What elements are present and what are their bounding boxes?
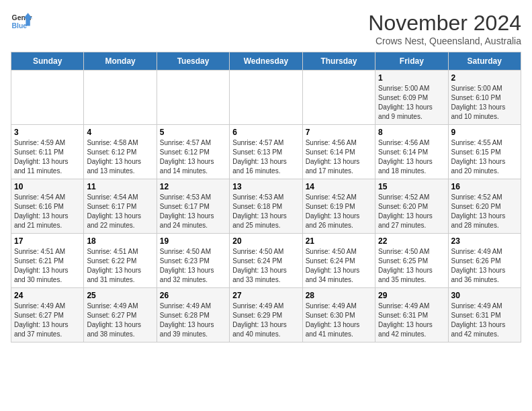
day-cell: 11Sunrise: 4:54 AM Sunset: 6:17 PM Dayli… (84, 179, 157, 234)
day-number: 15 (378, 182, 445, 191)
weekday-thursday: Thursday (302, 52, 375, 71)
page-header: General Blue November 2024 Crows Nest, Q… (11, 11, 521, 46)
svg-text:Blue: Blue (12, 22, 28, 30)
day-detail: Sunrise: 5:00 AM Sunset: 6:09 PM Dayligh… (378, 84, 445, 122)
calendar-title: November 2024 (368, 11, 521, 36)
day-number: 3 (14, 128, 81, 137)
day-number: 18 (87, 236, 153, 246)
day-detail: Sunrise: 4:51 AM Sunset: 6:21 PM Dayligh… (14, 247, 81, 285)
day-number: 10 (14, 182, 81, 191)
day-cell: 26Sunrise: 4:49 AM Sunset: 6:28 PM Dayli… (157, 288, 229, 342)
day-detail: Sunrise: 4:49 AM Sunset: 6:31 PM Dayligh… (378, 302, 445, 339)
day-number: 9 (451, 128, 518, 137)
day-cell: 20Sunrise: 4:50 AM Sunset: 6:24 PM Dayli… (230, 234, 302, 288)
day-cell: 9Sunrise: 4:55 AM Sunset: 6:15 PM Daylig… (448, 125, 521, 179)
day-number: 6 (232, 128, 299, 137)
week-row-5: 24Sunrise: 4:49 AM Sunset: 6:27 PM Dayli… (11, 288, 521, 342)
day-cell: 27Sunrise: 4:49 AM Sunset: 6:29 PM Dayli… (230, 288, 302, 342)
day-number: 25 (87, 291, 153, 300)
day-cell (302, 71, 375, 125)
day-number: 23 (451, 236, 518, 246)
day-detail: Sunrise: 4:54 AM Sunset: 6:16 PM Dayligh… (14, 193, 81, 230)
day-cell: 7Sunrise: 4:56 AM Sunset: 6:14 PM Daylig… (302, 125, 375, 179)
day-number: 21 (306, 236, 372, 246)
day-number: 24 (14, 291, 81, 300)
day-number: 14 (306, 182, 372, 191)
title-area: November 2024 Crows Nest, Queensland, Au… (368, 11, 521, 46)
day-number: 7 (306, 128, 372, 137)
day-detail: Sunrise: 4:50 AM Sunset: 6:24 PM Dayligh… (306, 247, 372, 285)
day-number: 22 (378, 236, 445, 246)
day-detail: Sunrise: 4:57 AM Sunset: 6:13 PM Dayligh… (232, 138, 299, 176)
logo: General Blue (11, 11, 32, 32)
day-number: 8 (378, 128, 445, 137)
day-cell: 10Sunrise: 4:54 AM Sunset: 6:16 PM Dayli… (11, 179, 84, 234)
weekday-friday: Friday (375, 52, 448, 71)
day-number: 20 (232, 236, 299, 246)
day-cell (230, 71, 302, 125)
day-number: 1 (378, 73, 445, 83)
day-cell: 13Sunrise: 4:53 AM Sunset: 6:18 PM Dayli… (230, 179, 302, 234)
day-detail: Sunrise: 5:00 AM Sunset: 6:10 PM Dayligh… (451, 84, 518, 122)
day-detail: Sunrise: 4:49 AM Sunset: 6:28 PM Dayligh… (160, 302, 226, 339)
day-cell: 21Sunrise: 4:50 AM Sunset: 6:24 PM Dayli… (302, 234, 375, 288)
day-cell: 3Sunrise: 4:59 AM Sunset: 6:11 PM Daylig… (11, 125, 84, 179)
day-cell: 12Sunrise: 4:53 AM Sunset: 6:17 PM Dayli… (157, 179, 229, 234)
day-cell: 24Sunrise: 4:49 AM Sunset: 6:27 PM Dayli… (11, 288, 84, 342)
day-number: 4 (87, 128, 153, 137)
day-detail: Sunrise: 4:53 AM Sunset: 6:17 PM Dayligh… (160, 193, 226, 230)
day-cell: 15Sunrise: 4:52 AM Sunset: 6:20 PM Dayli… (375, 179, 448, 234)
day-cell: 23Sunrise: 4:49 AM Sunset: 6:26 PM Dayli… (448, 234, 521, 288)
day-detail: Sunrise: 4:49 AM Sunset: 6:27 PM Dayligh… (14, 302, 81, 339)
day-number: 29 (378, 291, 445, 300)
day-number: 12 (160, 182, 226, 191)
calendar-subtitle: Crows Nest, Queensland, Australia (368, 36, 521, 46)
day-cell (84, 71, 157, 125)
day-cell: 6Sunrise: 4:57 AM Sunset: 6:13 PM Daylig… (230, 125, 302, 179)
week-row-4: 17Sunrise: 4:51 AM Sunset: 6:21 PM Dayli… (11, 234, 521, 288)
day-cell: 2Sunrise: 5:00 AM Sunset: 6:10 PM Daylig… (448, 71, 521, 125)
day-cell: 1Sunrise: 5:00 AM Sunset: 6:09 PM Daylig… (375, 71, 448, 125)
day-number: 28 (306, 291, 372, 300)
day-cell: 29Sunrise: 4:49 AM Sunset: 6:31 PM Dayli… (375, 288, 448, 342)
calendar-body: 1Sunrise: 5:00 AM Sunset: 6:09 PM Daylig… (11, 71, 521, 342)
day-detail: Sunrise: 4:50 AM Sunset: 6:25 PM Dayligh… (378, 247, 445, 285)
day-detail: Sunrise: 4:56 AM Sunset: 6:14 PM Dayligh… (306, 138, 372, 176)
day-detail: Sunrise: 4:51 AM Sunset: 6:22 PM Dayligh… (87, 247, 153, 285)
day-detail: Sunrise: 4:55 AM Sunset: 6:15 PM Dayligh… (451, 138, 518, 176)
day-detail: Sunrise: 4:52 AM Sunset: 6:20 PM Dayligh… (378, 193, 445, 230)
day-number: 13 (232, 182, 299, 191)
day-cell: 16Sunrise: 4:52 AM Sunset: 6:20 PM Dayli… (448, 179, 521, 234)
day-number: 27 (232, 291, 299, 300)
day-cell: 4Sunrise: 4:58 AM Sunset: 6:12 PM Daylig… (84, 125, 157, 179)
day-cell: 5Sunrise: 4:57 AM Sunset: 6:12 PM Daylig… (157, 125, 229, 179)
week-row-1: 1Sunrise: 5:00 AM Sunset: 6:09 PM Daylig… (11, 71, 521, 125)
calendar-table: SundayMondayTuesdayWednesdayThursdayFrid… (11, 52, 521, 342)
day-number: 30 (451, 291, 518, 300)
day-detail: Sunrise: 4:58 AM Sunset: 6:12 PM Dayligh… (87, 138, 153, 176)
day-cell: 25Sunrise: 4:49 AM Sunset: 6:27 PM Dayli… (84, 288, 157, 342)
day-number: 19 (160, 236, 226, 246)
day-cell (11, 71, 84, 125)
day-detail: Sunrise: 4:50 AM Sunset: 6:24 PM Dayligh… (232, 247, 299, 285)
weekday-header-row: SundayMondayTuesdayWednesdayThursdayFrid… (11, 52, 521, 71)
day-cell: 22Sunrise: 4:50 AM Sunset: 6:25 PM Dayli… (375, 234, 448, 288)
day-number: 17 (14, 236, 81, 246)
day-cell: 28Sunrise: 4:49 AM Sunset: 6:30 PM Dayli… (302, 288, 375, 342)
day-detail: Sunrise: 4:54 AM Sunset: 6:17 PM Dayligh… (87, 193, 153, 230)
weekday-wednesday: Wednesday (230, 52, 302, 71)
week-row-3: 10Sunrise: 4:54 AM Sunset: 6:16 PM Dayli… (11, 179, 521, 234)
day-cell: 17Sunrise: 4:51 AM Sunset: 6:21 PM Dayli… (11, 234, 84, 288)
week-row-2: 3Sunrise: 4:59 AM Sunset: 6:11 PM Daylig… (11, 125, 521, 179)
day-detail: Sunrise: 4:57 AM Sunset: 6:12 PM Dayligh… (160, 138, 226, 176)
day-detail: Sunrise: 4:50 AM Sunset: 6:23 PM Dayligh… (160, 247, 226, 285)
day-detail: Sunrise: 4:53 AM Sunset: 6:18 PM Dayligh… (232, 193, 299, 230)
day-cell: 8Sunrise: 4:56 AM Sunset: 6:14 PM Daylig… (375, 125, 448, 179)
day-detail: Sunrise: 4:49 AM Sunset: 6:30 PM Dayligh… (306, 302, 372, 339)
weekday-monday: Monday (84, 52, 157, 71)
weekday-tuesday: Tuesday (157, 52, 229, 71)
weekday-sunday: Sunday (11, 52, 84, 71)
day-number: 5 (160, 128, 226, 137)
day-number: 2 (451, 73, 518, 83)
day-cell: 19Sunrise: 4:50 AM Sunset: 6:23 PM Dayli… (157, 234, 229, 288)
